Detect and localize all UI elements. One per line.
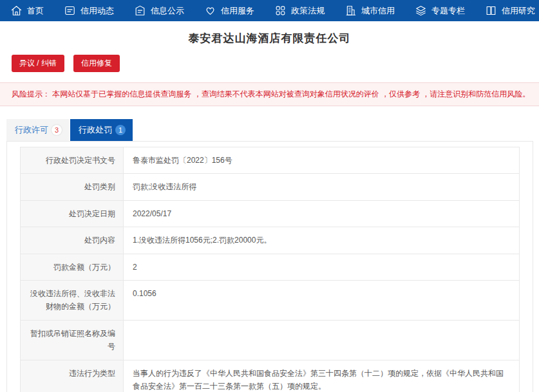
table-row: 处罚内容 1.没收违法所得1056元;2.罚款20000元。	[21, 227, 519, 254]
nav-item-label: 信用动态	[80, 5, 114, 17]
row-label: 行政处罚决定书文号	[21, 147, 124, 173]
nav-item-6[interactable]: 专题专栏	[411, 5, 469, 17]
nav-item-label: 城市信用	[361, 5, 395, 17]
dispute-correction-button[interactable]: 异议 / 纠错	[12, 55, 64, 72]
table-row: 罚款金额（万元） 2	[21, 254, 519, 281]
table-row: 没收违法所得、没收非法财物的金额（万元） 0.1056	[21, 281, 519, 321]
nav-item-label: 首页	[27, 5, 44, 17]
home-icon	[10, 5, 23, 17]
table-row: 暂扣或吊销证照名称及编号	[21, 321, 519, 360]
tab-label: 行政处罚	[79, 124, 112, 136]
heart-icon	[204, 5, 216, 17]
risk-notice: 风险提示： 本网站仅基于已掌握的信息提供查询服务 ，查询结果不代表本网站对被查询…	[0, 82, 539, 106]
table-row: 处罚类别 罚款;没收违法所得	[21, 174, 519, 200]
nav-item-label: 信用服务	[221, 5, 254, 17]
row-value: 2	[124, 254, 519, 280]
row-label: 没收违法所得、没收非法财物的金额（万元）	[21, 281, 124, 320]
nav-item-label: 信息公示	[151, 5, 184, 17]
nav-item-5[interactable]: 城市信用	[341, 5, 399, 17]
top-navbar: 首页 信用动态 信息公示 信用服务 政策法规 城市信用 专题专栏	[0, 0, 539, 21]
tab-count-badge: 3	[52, 125, 62, 135]
nav-item-2[interactable]: 信息公示	[130, 5, 188, 17]
announcement-icon	[134, 5, 146, 17]
credit-repair-button[interactable]: 信用修复	[73, 55, 120, 72]
nav-item-4[interactable]: 政策法规	[270, 5, 328, 17]
table-row: 处罚决定日期 2022/05/17	[21, 201, 519, 227]
tab-label: 行政许可	[15, 124, 48, 136]
tab-count-badge: 1	[115, 125, 126, 135]
penalty-detail-table: 行政处罚决定书文号 鲁泰市监处罚〔2022〕156号 处罚类别 罚款;没收违法所…	[20, 147, 520, 392]
nav-item-7[interactable]: 信用研究	[481, 5, 539, 17]
tab-administrative-license[interactable]: 行政许可 3	[6, 119, 69, 141]
tab-administrative-penalty[interactable]: 行政处罚 1	[70, 119, 133, 141]
row-label: 暂扣或吊销证照名称及编号	[21, 321, 124, 360]
penalty-panel: 行政处罚决定书文号 鲁泰市监处罚〔2022〕156号 处罚类别 罚款;没收违法所…	[6, 141, 533, 392]
table-row: 行政处罚决定书文号 鲁泰市监处罚〔2022〕156号	[21, 147, 519, 174]
page-title: 泰安君达山海酒店有限责任公司	[0, 31, 539, 46]
row-label: 处罚类别	[21, 174, 124, 200]
row-value: 0.1056	[124, 281, 519, 320]
page: 首页 信用动态 信息公示 信用服务 政策法规 城市信用 专题专栏	[0, 0, 539, 392]
row-value: 当事人的行为违反了《中华人民共和国食品安全法》第三十四条第（十二）项的规定，依据…	[124, 360, 519, 392]
row-label: 处罚内容	[21, 227, 124, 253]
building-icon	[345, 5, 357, 17]
nav-item-label: 信用研究	[502, 5, 535, 17]
nav-item-label: 政策法规	[291, 5, 325, 17]
grid-icon	[274, 5, 287, 17]
row-value: 1.没收违法所得1056元;2.罚款20000元。	[124, 227, 519, 253]
row-value: 罚款;没收违法所得	[124, 174, 519, 200]
row-value: 鲁泰市监处罚〔2022〕156号	[124, 147, 519, 173]
table-row: 违法行为类型 当事人的行为违反了《中华人民共和国食品安全法》第三十四条第（十二）…	[21, 360, 519, 392]
row-label: 处罚决定日期	[21, 201, 124, 227]
card-icon	[64, 5, 76, 17]
nav-item-label: 专题专栏	[431, 5, 465, 17]
book-icon	[485, 5, 497, 17]
row-label: 罚款金额（万元）	[21, 254, 124, 280]
nav-item-1[interactable]: 信用动态	[60, 5, 118, 17]
row-label: 违法行为类型	[21, 360, 124, 392]
layers-icon	[415, 5, 427, 17]
nav-item-3[interactable]: 信用服务	[200, 5, 258, 17]
action-buttons: 异议 / 纠错 信用修复	[12, 55, 539, 72]
tab-bar: 行政许可 3 行政处罚 1	[6, 119, 539, 141]
row-value	[124, 321, 519, 360]
nav-item-0[interactable]: 首页	[6, 5, 48, 17]
row-value: 2022/05/17	[124, 201, 519, 227]
